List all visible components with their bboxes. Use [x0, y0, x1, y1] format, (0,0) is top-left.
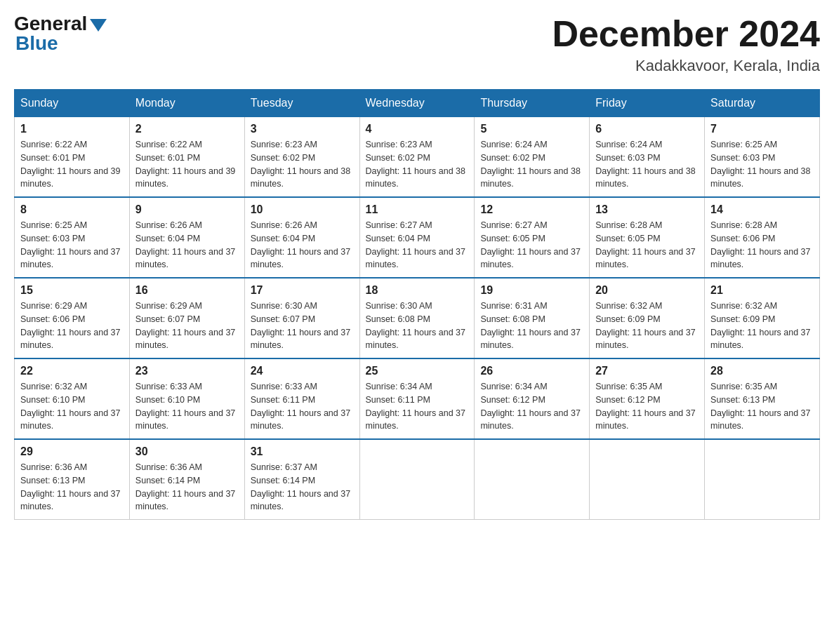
day-info: Sunrise: 6:33 AM Sunset: 6:10 PM Dayligh…: [135, 380, 239, 433]
day-number: 22: [20, 365, 124, 377]
table-row: 9 Sunrise: 6:26 AM Sunset: 6:04 PM Dayli…: [129, 197, 244, 278]
day-number: 17: [251, 284, 354, 297]
day-number: 13: [595, 203, 699, 216]
day-info: Sunrise: 6:24 AM Sunset: 6:02 PM Dayligh…: [480, 138, 583, 191]
day-info: Sunrise: 6:26 AM Sunset: 6:04 PM Dayligh…: [135, 219, 239, 271]
day-number: 9: [135, 203, 239, 216]
day-info: Sunrise: 6:36 AM Sunset: 6:13 PM Dayligh…: [20, 461, 124, 514]
day-info: Sunrise: 6:33 AM Sunset: 6:11 PM Dayligh…: [251, 380, 354, 433]
day-number: 11: [366, 203, 469, 216]
day-number: 7: [710, 123, 814, 135]
table-row: 22 Sunrise: 6:32 AM Sunset: 6:10 PM Dayl…: [15, 358, 130, 439]
day-number: 16: [135, 284, 239, 297]
day-number: 12: [480, 203, 583, 216]
day-number: 15: [20, 284, 124, 297]
table-row: 1 Sunrise: 6:22 AM Sunset: 6:01 PM Dayli…: [15, 117, 130, 198]
header-sunday: Sunday: [15, 90, 130, 117]
header-saturday: Saturday: [705, 90, 820, 117]
day-info: Sunrise: 6:36 AM Sunset: 6:14 PM Dayligh…: [135, 461, 239, 514]
day-number: 2: [135, 123, 239, 135]
calendar-week-row: 22 Sunrise: 6:32 AM Sunset: 6:10 PM Dayl…: [15, 358, 820, 439]
table-row: [705, 439, 820, 520]
header-right: December 2024 Kadakkavoor, Kerala, India: [552, 14, 820, 75]
day-number: 27: [595, 365, 699, 377]
day-number: 20: [595, 284, 699, 297]
day-info: Sunrise: 6:34 AM Sunset: 6:11 PM Dayligh…: [366, 380, 469, 433]
day-info: Sunrise: 6:26 AM Sunset: 6:04 PM Dayligh…: [251, 219, 354, 271]
day-info: Sunrise: 6:30 AM Sunset: 6:08 PM Dayligh…: [366, 300, 469, 352]
day-info: Sunrise: 6:32 AM Sunset: 6:10 PM Dayligh…: [20, 380, 124, 433]
table-row: 19 Sunrise: 6:31 AM Sunset: 6:08 PM Dayl…: [475, 278, 590, 358]
table-row: 18 Sunrise: 6:30 AM Sunset: 6:08 PM Dayl…: [359, 278, 475, 358]
day-info: Sunrise: 6:29 AM Sunset: 6:07 PM Dayligh…: [135, 300, 239, 352]
day-number: 29: [20, 445, 124, 458]
table-row: 3 Sunrise: 6:23 AM Sunset: 6:02 PM Dayli…: [244, 117, 359, 198]
day-info: Sunrise: 6:25 AM Sunset: 6:03 PM Dayligh…: [710, 138, 814, 191]
calendar-week-row: 15 Sunrise: 6:29 AM Sunset: 6:06 PM Dayl…: [15, 278, 820, 358]
day-number: 21: [710, 284, 814, 297]
table-row: 31 Sunrise: 6:37 AM Sunset: 6:14 PM Dayl…: [244, 439, 359, 520]
day-number: 30: [135, 445, 239, 458]
table-row: 25 Sunrise: 6:34 AM Sunset: 6:11 PM Dayl…: [359, 358, 475, 439]
day-info: Sunrise: 6:22 AM Sunset: 6:01 PM Dayligh…: [135, 138, 239, 191]
day-info: Sunrise: 6:22 AM Sunset: 6:01 PM Dayligh…: [20, 138, 124, 191]
logo-general-text: General: [14, 14, 87, 34]
table-row: 30 Sunrise: 6:36 AM Sunset: 6:14 PM Dayl…: [129, 439, 244, 520]
table-row: 21 Sunrise: 6:32 AM Sunset: 6:09 PM Dayl…: [705, 278, 820, 358]
table-row: 15 Sunrise: 6:29 AM Sunset: 6:06 PM Dayl…: [15, 278, 130, 358]
page-header: General Blue December 2024 Kadakkavoor, …: [14, 14, 820, 75]
day-info: Sunrise: 6:24 AM Sunset: 6:03 PM Dayligh…: [595, 138, 699, 191]
day-number: 3: [251, 123, 354, 135]
day-info: Sunrise: 6:35 AM Sunset: 6:13 PM Dayligh…: [710, 380, 814, 433]
day-info: Sunrise: 6:34 AM Sunset: 6:12 PM Dayligh…: [480, 380, 583, 433]
table-row: 14 Sunrise: 6:28 AM Sunset: 6:06 PM Dayl…: [705, 197, 820, 278]
calendar-week-row: 8 Sunrise: 6:25 AM Sunset: 6:03 PM Dayli…: [15, 197, 820, 278]
table-row: [359, 439, 475, 520]
day-info: Sunrise: 6:37 AM Sunset: 6:14 PM Dayligh…: [251, 461, 354, 514]
table-row: 8 Sunrise: 6:25 AM Sunset: 6:03 PM Dayli…: [15, 197, 130, 278]
table-row: 4 Sunrise: 6:23 AM Sunset: 6:02 PM Dayli…: [359, 117, 475, 198]
table-row: 24 Sunrise: 6:33 AM Sunset: 6:11 PM Dayl…: [244, 358, 359, 439]
day-info: Sunrise: 6:32 AM Sunset: 6:09 PM Dayligh…: [595, 300, 699, 352]
logo-general: General: [14, 14, 107, 34]
table-row: 2 Sunrise: 6:22 AM Sunset: 6:01 PM Dayli…: [129, 117, 244, 198]
table-row: 5 Sunrise: 6:24 AM Sunset: 6:02 PM Dayli…: [475, 117, 590, 198]
header-tuesday: Tuesday: [244, 90, 359, 117]
day-number: 18: [366, 284, 469, 297]
day-number: 4: [366, 123, 469, 135]
header-friday: Friday: [590, 90, 705, 117]
day-info: Sunrise: 6:29 AM Sunset: 6:06 PM Dayligh…: [20, 300, 124, 352]
month-title: December 2024: [552, 14, 820, 54]
table-row: 27 Sunrise: 6:35 AM Sunset: 6:12 PM Dayl…: [590, 358, 705, 439]
day-info: Sunrise: 6:23 AM Sunset: 6:02 PM Dayligh…: [366, 138, 469, 191]
logo-blue-text: Blue: [15, 34, 58, 53]
day-number: 25: [366, 365, 469, 377]
day-number: 8: [20, 203, 124, 216]
day-info: Sunrise: 6:30 AM Sunset: 6:07 PM Dayligh…: [251, 300, 354, 352]
table-row: 16 Sunrise: 6:29 AM Sunset: 6:07 PM Dayl…: [129, 278, 244, 358]
day-info: Sunrise: 6:28 AM Sunset: 6:05 PM Dayligh…: [595, 219, 699, 271]
day-number: 5: [480, 123, 583, 135]
table-row: 13 Sunrise: 6:28 AM Sunset: 6:05 PM Dayl…: [590, 197, 705, 278]
day-info: Sunrise: 6:25 AM Sunset: 6:03 PM Dayligh…: [20, 219, 124, 271]
day-number: 24: [251, 365, 354, 377]
header-wednesday: Wednesday: [359, 90, 475, 117]
table-row: 11 Sunrise: 6:27 AM Sunset: 6:04 PM Dayl…: [359, 197, 475, 278]
day-info: Sunrise: 6:32 AM Sunset: 6:09 PM Dayligh…: [710, 300, 814, 352]
calendar-table: Sunday Monday Tuesday Wednesday Thursday…: [14, 89, 820, 520]
table-row: [590, 439, 705, 520]
day-number: 19: [480, 284, 583, 297]
table-row: 26 Sunrise: 6:34 AM Sunset: 6:12 PM Dayl…: [475, 358, 590, 439]
day-number: 23: [135, 365, 239, 377]
table-row: 7 Sunrise: 6:25 AM Sunset: 6:03 PM Dayli…: [705, 117, 820, 198]
calendar-week-row: 29 Sunrise: 6:36 AM Sunset: 6:13 PM Dayl…: [15, 439, 820, 520]
day-info: Sunrise: 6:35 AM Sunset: 6:12 PM Dayligh…: [595, 380, 699, 433]
table-row: 6 Sunrise: 6:24 AM Sunset: 6:03 PM Dayli…: [590, 117, 705, 198]
location-subtitle: Kadakkavoor, Kerala, India: [552, 57, 820, 75]
logo: General Blue: [14, 14, 107, 53]
table-row: 17 Sunrise: 6:30 AM Sunset: 6:07 PM Dayl…: [244, 278, 359, 358]
day-info: Sunrise: 6:27 AM Sunset: 6:04 PM Dayligh…: [366, 219, 469, 271]
table-row: 23 Sunrise: 6:33 AM Sunset: 6:10 PM Dayl…: [129, 358, 244, 439]
day-number: 1: [20, 123, 124, 135]
day-number: 14: [710, 203, 814, 216]
